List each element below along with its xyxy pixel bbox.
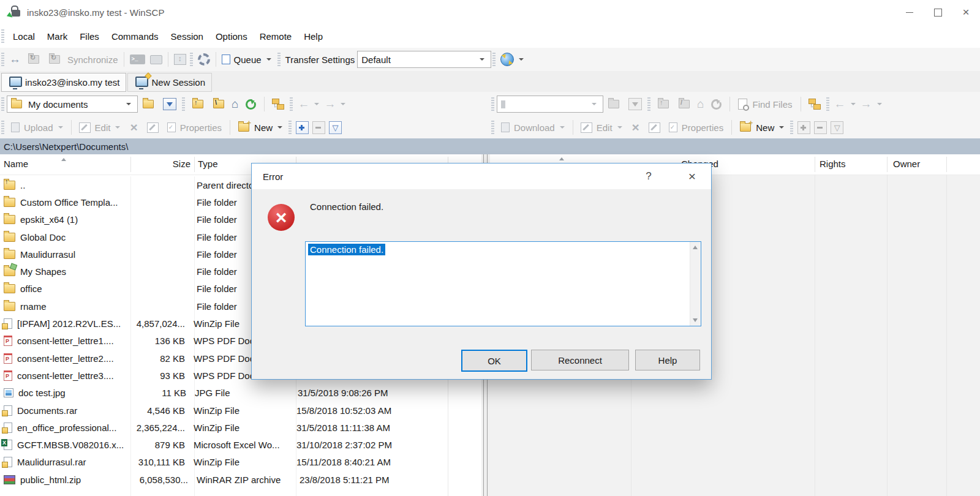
open-terminal-button[interactable]: >_ bbox=[127, 51, 148, 68]
forward-button[interactable]: → bbox=[858, 96, 875, 113]
properties-button[interactable]: Properties bbox=[163, 119, 227, 136]
selection-filter-button[interactable]: ▽ bbox=[831, 121, 843, 134]
column-divider[interactable] bbox=[194, 157, 195, 172]
column-divider[interactable] bbox=[887, 157, 888, 172]
maximize-button[interactable] bbox=[924, 0, 952, 24]
home-directory-button[interactable]: ⌂ bbox=[695, 96, 706, 113]
open-directory-button[interactable] bbox=[603, 96, 624, 113]
root-directory-button[interactable]: \ bbox=[208, 96, 229, 113]
synchronize-browsing-button[interactable]: ↻ bbox=[23, 51, 44, 68]
reconnect-button[interactable]: Reconnect bbox=[531, 350, 629, 370]
synchronize-button[interactable]: ↻ bbox=[44, 51, 65, 68]
toolbar-grip-handle[interactable] bbox=[1, 53, 4, 66]
select-plus-button[interactable] bbox=[296, 121, 309, 134]
find-files-button[interactable]: Find Files bbox=[733, 96, 797, 113]
ok-button[interactable]: OK bbox=[461, 350, 527, 372]
chevron-down-icon[interactable] bbox=[314, 103, 319, 105]
selected-error-text[interactable]: Connection failed. bbox=[308, 244, 385, 255]
new-button[interactable]: New bbox=[735, 119, 789, 136]
toolbar-grip-handle[interactable] bbox=[491, 121, 494, 134]
menu-commands[interactable]: Commands bbox=[105, 31, 165, 42]
menu-remote[interactable]: Remote bbox=[254, 31, 298, 42]
file-transfer-button[interactable] bbox=[148, 51, 165, 68]
minimize-button[interactable] bbox=[895, 0, 924, 24]
toolbar-grip-handle[interactable] bbox=[647, 97, 650, 111]
session-tab-active[interactable]: insko23@insko.my test bbox=[1, 73, 126, 92]
remote-directory-combo[interactable] bbox=[497, 96, 603, 113]
menu-grip-handle[interactable] bbox=[1, 29, 4, 43]
rename-button[interactable] bbox=[143, 119, 163, 136]
back-button[interactable]: ← bbox=[295, 96, 312, 113]
toolbar-grip-handle[interactable] bbox=[277, 53, 281, 66]
unselect-minus-button[interactable] bbox=[312, 121, 325, 134]
table-row[interactable]: doc test.jpg11 KBJPG File31/5/2018 9:08:… bbox=[0, 385, 481, 402]
toolbar-grip-handle[interactable] bbox=[288, 121, 292, 134]
synchronize-label[interactable]: Synchronize bbox=[67, 54, 118, 65]
open-directory-button[interactable] bbox=[138, 96, 159, 113]
local-path[interactable]: C:\Users\Netxpert\Documents\ bbox=[4, 141, 128, 152]
close-button[interactable]: × bbox=[952, 0, 980, 24]
error-detail-textbox[interactable]: Connection failed. bbox=[305, 241, 701, 326]
menu-options[interactable]: Options bbox=[209, 31, 254, 42]
local-directory-combo[interactable]: My documents bbox=[7, 96, 138, 113]
textbox-scrollbar[interactable] bbox=[690, 242, 701, 326]
chevron-down-icon[interactable] bbox=[877, 103, 882, 105]
combo-dropdown-button[interactable] bbox=[477, 51, 487, 67]
menu-help[interactable]: Help bbox=[298, 31, 329, 42]
forward-button[interactable]: → bbox=[322, 96, 338, 113]
scroll-down-icon[interactable] bbox=[693, 318, 698, 322]
transfer-mode-button[interactable]: ↕ bbox=[172, 51, 189, 68]
home-directory-button[interactable]: ⌂ bbox=[229, 96, 241, 113]
menu-mark[interactable]: Mark bbox=[41, 31, 74, 42]
preferences-button[interactable] bbox=[195, 51, 213, 68]
new-session-tab[interactable]: New Session bbox=[127, 73, 212, 92]
column-header-rights[interactable]: Rights bbox=[820, 159, 846, 169]
column-divider[interactable] bbox=[946, 157, 947, 172]
compare-directories-button[interactable]: ↔ bbox=[7, 51, 23, 68]
toolbar-grip-handle[interactable] bbox=[182, 97, 185, 111]
dialog-help-button[interactable]: ? bbox=[636, 163, 661, 189]
filter-button[interactable] bbox=[624, 96, 646, 113]
scroll-up-icon[interactable] bbox=[693, 246, 698, 249]
path-bar[interactable]: C:\Users\Netxpert\Documents\ bbox=[0, 138, 980, 154]
upload-button[interactable]: Upload bbox=[7, 119, 68, 136]
refresh-button[interactable] bbox=[241, 96, 261, 113]
menu-local[interactable]: Local bbox=[7, 31, 41, 42]
toolbar-grip-handle[interactable] bbox=[1, 97, 4, 111]
chevron-down-icon[interactable] bbox=[851, 103, 856, 105]
delete-button[interactable]: × bbox=[125, 119, 142, 136]
toolbar-grip-handle[interactable] bbox=[826, 97, 829, 111]
column-header-name[interactable]: Name bbox=[4, 159, 28, 169]
rename-button[interactable] bbox=[644, 119, 665, 136]
filter-button[interactable] bbox=[159, 96, 181, 113]
parent-directory-button[interactable]: ↑ bbox=[653, 96, 674, 113]
unselect-minus-button[interactable] bbox=[814, 121, 827, 134]
menu-files[interactable]: Files bbox=[74, 31, 105, 42]
parent-directory-button[interactable]: ↑ bbox=[187, 96, 208, 113]
back-button[interactable]: ← bbox=[832, 96, 848, 113]
column-header-owner[interactable]: Owner bbox=[893, 159, 920, 169]
table-row[interactable]: GCFT.MBSB.V082016.x...879 KBMicrosoft Ex… bbox=[0, 436, 481, 453]
toolbar-grip-handle[interactable] bbox=[790, 121, 793, 134]
new-button[interactable]: New bbox=[233, 119, 287, 136]
combo-dropdown-button[interactable] bbox=[124, 96, 134, 112]
chevron-down-icon[interactable] bbox=[341, 103, 345, 105]
synchronize-browsing-globe-button[interactable] bbox=[498, 51, 516, 68]
toolbar-grip-handle[interactable] bbox=[290, 97, 293, 111]
download-button[interactable]: Download bbox=[497, 119, 570, 136]
table-row[interactable]: Documents.rar4,546 KBWinZip File15/8/201… bbox=[0, 402, 481, 419]
table-row[interactable]: en_office_professional...2,365,224...Win… bbox=[0, 419, 481, 436]
selection-filter-button[interactable]: ▽ bbox=[329, 121, 342, 134]
column-divider[interactable] bbox=[130, 157, 131, 172]
directory-tree-button[interactable] bbox=[268, 96, 288, 113]
root-directory-button[interactable]: / bbox=[674, 96, 695, 113]
chevron-down-icon[interactable] bbox=[519, 58, 524, 61]
queue-button[interactable]: Queue bbox=[219, 51, 276, 68]
transfer-settings-combo[interactable]: Default bbox=[357, 51, 491, 68]
toolbar-grip-handle[interactable] bbox=[492, 53, 496, 66]
directory-tree-button[interactable] bbox=[804, 96, 825, 113]
column-header-type[interactable]: Type bbox=[198, 159, 218, 169]
toolbar-grip-handle[interactable] bbox=[1, 121, 4, 134]
dialog-close-button[interactable]: × bbox=[678, 163, 706, 189]
delete-button[interactable]: × bbox=[627, 119, 644, 136]
